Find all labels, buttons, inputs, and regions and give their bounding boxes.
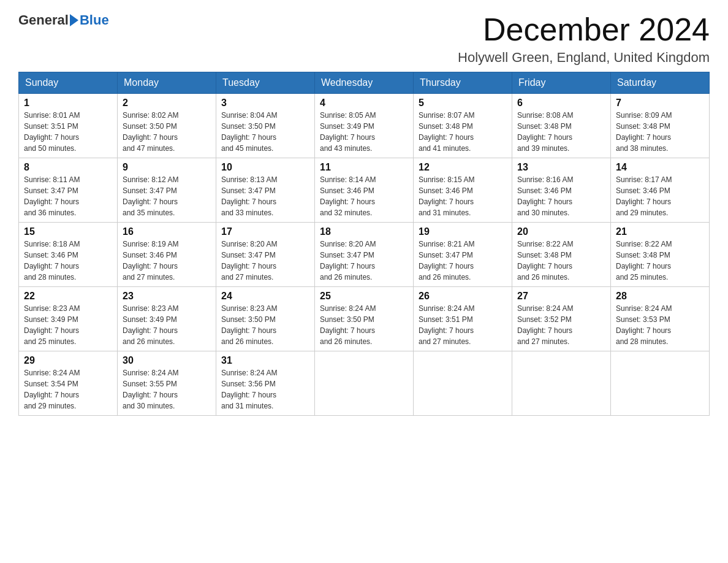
day-number: 6 bbox=[517, 98, 605, 109]
day-number: 13 bbox=[517, 162, 605, 173]
day-info: Sunrise: 8:13 AMSunset: 3:47 PMDaylight:… bbox=[221, 174, 309, 218]
day-info: Sunrise: 8:07 AMSunset: 3:48 PMDaylight:… bbox=[419, 110, 507, 154]
day-number: 1 bbox=[24, 98, 112, 109]
calendar-day-cell: 22Sunrise: 8:23 AMSunset: 3:49 PMDayligh… bbox=[19, 287, 118, 351]
day-number: 10 bbox=[221, 162, 309, 173]
day-info: Sunrise: 8:05 AMSunset: 3:49 PMDaylight:… bbox=[320, 110, 408, 154]
day-info: Sunrise: 8:01 AMSunset: 3:51 PMDaylight:… bbox=[24, 110, 112, 154]
calendar-day-cell: 11Sunrise: 8:14 AMSunset: 3:46 PMDayligh… bbox=[315, 158, 414, 223]
calendar-day-cell: 20Sunrise: 8:22 AMSunset: 3:48 PMDayligh… bbox=[512, 223, 611, 287]
calendar-week-row: 22Sunrise: 8:23 AMSunset: 3:49 PMDayligh… bbox=[19, 287, 710, 351]
day-number: 8 bbox=[24, 162, 112, 173]
day-number: 5 bbox=[419, 98, 507, 109]
calendar-day-cell: 1Sunrise: 8:01 AMSunset: 3:51 PMDaylight… bbox=[19, 94, 118, 158]
calendar-day-cell: 16Sunrise: 8:19 AMSunset: 3:46 PMDayligh… bbox=[118, 223, 216, 287]
logo-blue-text: Blue bbox=[80, 12, 109, 28]
day-number: 16 bbox=[123, 226, 211, 237]
calendar-day-header: Saturday bbox=[611, 72, 710, 94]
day-info: Sunrise: 8:08 AMSunset: 3:48 PMDaylight:… bbox=[517, 110, 605, 154]
calendar-day-header: Thursday bbox=[414, 72, 512, 94]
day-info: Sunrise: 8:21 AMSunset: 3:47 PMDaylight:… bbox=[419, 239, 507, 283]
day-number: 14 bbox=[616, 162, 704, 173]
day-info: Sunrise: 8:24 AMSunset: 3:55 PMDaylight:… bbox=[123, 367, 211, 412]
calendar-day-cell: 10Sunrise: 8:13 AMSunset: 3:47 PMDayligh… bbox=[216, 158, 315, 223]
day-number: 21 bbox=[616, 226, 704, 237]
day-number: 24 bbox=[221, 291, 309, 302]
calendar-day-cell: 7Sunrise: 8:09 AMSunset: 3:48 PMDaylight… bbox=[611, 94, 710, 158]
calendar-week-row: 29Sunrise: 8:24 AMSunset: 3:54 PMDayligh… bbox=[19, 351, 710, 416]
calendar-day-header: Wednesday bbox=[315, 72, 414, 94]
day-info: Sunrise: 8:17 AMSunset: 3:46 PMDaylight:… bbox=[616, 174, 704, 218]
calendar-day-cell: 19Sunrise: 8:21 AMSunset: 3:47 PMDayligh… bbox=[414, 223, 512, 287]
calendar-day-cell: 17Sunrise: 8:20 AMSunset: 3:47 PMDayligh… bbox=[216, 223, 315, 287]
day-number: 20 bbox=[517, 226, 605, 237]
calendar-day-header: Friday bbox=[512, 72, 611, 94]
title-block: December 2024 Holywell Green, England, U… bbox=[458, 12, 710, 66]
day-number: 22 bbox=[24, 291, 112, 302]
day-info: Sunrise: 8:04 AMSunset: 3:50 PMDaylight:… bbox=[221, 110, 309, 154]
day-number: 4 bbox=[320, 98, 408, 109]
calendar-day-cell: 31Sunrise: 8:24 AMSunset: 3:56 PMDayligh… bbox=[216, 351, 315, 416]
day-number: 29 bbox=[24, 355, 112, 366]
calendar-day-cell: 28Sunrise: 8:24 AMSunset: 3:53 PMDayligh… bbox=[611, 287, 710, 351]
day-info: Sunrise: 8:16 AMSunset: 3:46 PMDaylight:… bbox=[517, 174, 605, 218]
calendar-day-cell bbox=[315, 351, 414, 416]
day-info: Sunrise: 8:23 AMSunset: 3:49 PMDaylight:… bbox=[24, 303, 112, 347]
day-info: Sunrise: 8:15 AMSunset: 3:46 PMDaylight:… bbox=[419, 174, 507, 218]
day-info: Sunrise: 8:20 AMSunset: 3:47 PMDaylight:… bbox=[320, 239, 408, 283]
day-number: 2 bbox=[123, 98, 211, 109]
calendar-day-cell: 29Sunrise: 8:24 AMSunset: 3:54 PMDayligh… bbox=[19, 351, 118, 416]
day-number: 26 bbox=[419, 291, 507, 302]
calendar-week-row: 1Sunrise: 8:01 AMSunset: 3:51 PMDaylight… bbox=[19, 94, 710, 158]
calendar-day-cell: 26Sunrise: 8:24 AMSunset: 3:51 PMDayligh… bbox=[414, 287, 512, 351]
calendar-day-cell: 12Sunrise: 8:15 AMSunset: 3:46 PMDayligh… bbox=[414, 158, 512, 223]
calendar-day-cell: 30Sunrise: 8:24 AMSunset: 3:55 PMDayligh… bbox=[118, 351, 216, 416]
calendar-day-cell: 8Sunrise: 8:11 AMSunset: 3:47 PMDaylight… bbox=[19, 158, 118, 223]
calendar-day-cell: 18Sunrise: 8:20 AMSunset: 3:47 PMDayligh… bbox=[315, 223, 414, 287]
logo: General Blue bbox=[18, 12, 109, 28]
location-title: Holywell Green, England, United Kingdom bbox=[458, 50, 710, 66]
day-number: 27 bbox=[517, 291, 605, 302]
calendar-day-cell: 15Sunrise: 8:18 AMSunset: 3:46 PMDayligh… bbox=[19, 223, 118, 287]
day-info: Sunrise: 8:19 AMSunset: 3:46 PMDaylight:… bbox=[123, 239, 211, 283]
day-number: 17 bbox=[221, 226, 309, 237]
day-info: Sunrise: 8:24 AMSunset: 3:53 PMDaylight:… bbox=[616, 303, 704, 347]
calendar-day-cell bbox=[611, 351, 710, 416]
calendar-day-cell: 25Sunrise: 8:24 AMSunset: 3:50 PMDayligh… bbox=[315, 287, 414, 351]
day-info: Sunrise: 8:24 AMSunset: 3:56 PMDaylight:… bbox=[221, 367, 309, 412]
day-info: Sunrise: 8:09 AMSunset: 3:48 PMDaylight:… bbox=[616, 110, 704, 154]
calendar-table: SundayMondayTuesdayWednesdayThursdayFrid… bbox=[18, 72, 710, 416]
calendar-day-cell: 6Sunrise: 8:08 AMSunset: 3:48 PMDaylight… bbox=[512, 94, 611, 158]
calendar-day-cell: 3Sunrise: 8:04 AMSunset: 3:50 PMDaylight… bbox=[216, 94, 315, 158]
calendar-day-cell: 24Sunrise: 8:23 AMSunset: 3:50 PMDayligh… bbox=[216, 287, 315, 351]
calendar-week-row: 8Sunrise: 8:11 AMSunset: 3:47 PMDaylight… bbox=[19, 158, 710, 223]
calendar-day-cell: 13Sunrise: 8:16 AMSunset: 3:46 PMDayligh… bbox=[512, 158, 611, 223]
logo-arrow-icon bbox=[70, 14, 78, 26]
day-number: 9 bbox=[123, 162, 211, 173]
day-info: Sunrise: 8:11 AMSunset: 3:47 PMDaylight:… bbox=[24, 174, 112, 218]
calendar-day-cell: 21Sunrise: 8:22 AMSunset: 3:48 PMDayligh… bbox=[611, 223, 710, 287]
logo-general-text: General bbox=[18, 12, 69, 28]
day-info: Sunrise: 8:22 AMSunset: 3:48 PMDaylight:… bbox=[517, 239, 605, 283]
calendar-week-row: 15Sunrise: 8:18 AMSunset: 3:46 PMDayligh… bbox=[19, 223, 710, 287]
day-info: Sunrise: 8:23 AMSunset: 3:49 PMDaylight:… bbox=[123, 303, 211, 347]
day-info: Sunrise: 8:24 AMSunset: 3:52 PMDaylight:… bbox=[517, 303, 605, 347]
day-number: 23 bbox=[123, 291, 211, 302]
day-info: Sunrise: 8:24 AMSunset: 3:50 PMDaylight:… bbox=[320, 303, 408, 347]
calendar-day-header: Monday bbox=[118, 72, 216, 94]
day-number: 11 bbox=[320, 162, 408, 173]
day-info: Sunrise: 8:22 AMSunset: 3:48 PMDaylight:… bbox=[616, 239, 704, 283]
month-title: December 2024 bbox=[458, 12, 710, 47]
day-info: Sunrise: 8:12 AMSunset: 3:47 PMDaylight:… bbox=[123, 174, 211, 218]
day-number: 15 bbox=[24, 226, 112, 237]
day-number: 30 bbox=[123, 355, 211, 366]
page-header: General Blue December 2024 Holywell Gree… bbox=[18, 12, 710, 66]
day-info: Sunrise: 8:20 AMSunset: 3:47 PMDaylight:… bbox=[221, 239, 309, 283]
day-number: 7 bbox=[616, 98, 704, 109]
day-number: 19 bbox=[419, 226, 507, 237]
calendar-day-header: Sunday bbox=[19, 72, 118, 94]
day-info: Sunrise: 8:23 AMSunset: 3:50 PMDaylight:… bbox=[221, 303, 309, 347]
calendar-day-cell: 2Sunrise: 8:02 AMSunset: 3:50 PMDaylight… bbox=[118, 94, 216, 158]
day-number: 25 bbox=[320, 291, 408, 302]
calendar-day-cell: 14Sunrise: 8:17 AMSunset: 3:46 PMDayligh… bbox=[611, 158, 710, 223]
